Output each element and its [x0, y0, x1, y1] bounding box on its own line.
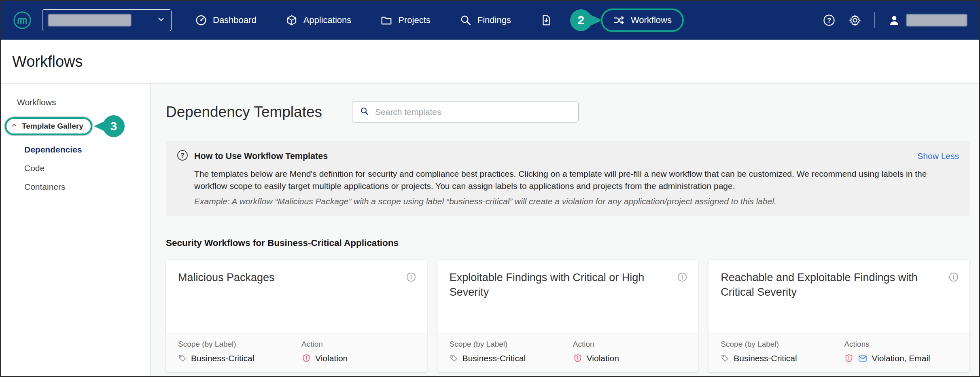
applications-icon: [286, 14, 298, 26]
card-title: Exploitable Findings with Critical or Hi…: [450, 270, 672, 326]
projects-icon: [380, 14, 392, 26]
sidebar-item-label: Containers: [24, 182, 66, 191]
violation-shield-icon: [573, 354, 583, 363]
svg-text:?: ?: [827, 17, 831, 24]
how-to-use-panel: ? How to Use Workflow Templates Show Les…: [166, 141, 969, 216]
show-less-link[interactable]: Show Less: [917, 151, 959, 161]
nav-label: Applications: [303, 15, 352, 25]
nav-item-workflows[interactable]: Workflows: [601, 8, 684, 32]
info-icon[interactable]: [406, 272, 416, 326]
annotation-step-2-number: 2: [578, 13, 585, 27]
tag-icon: [450, 354, 458, 363]
sidebar-item-dependencies[interactable]: Dependencies: [1, 140, 150, 159]
sidebar-item-label: Dependencies: [24, 145, 82, 154]
tag-icon: [178, 354, 187, 363]
nav-item-dashboard[interactable]: Dashboard: [195, 14, 257, 26]
sidebar-item-label: Code: [24, 163, 45, 173]
info-icon[interactable]: [677, 272, 687, 326]
action-value: Violation, Email: [872, 354, 930, 363]
nav-label: Workflows: [631, 15, 672, 25]
scope-label: Scope (by Label): [178, 340, 301, 349]
template-search[interactable]: [352, 102, 579, 123]
main-navigation: Dashboard Applications Projects: [195, 8, 684, 32]
scope-value: Business-Critical: [191, 354, 254, 363]
annotation-step-2: 2: [570, 9, 592, 31]
action-label: Action: [573, 340, 687, 349]
organization-dropdown[interactable]: [42, 9, 172, 31]
template-card-reachable-exploitable[interactable]: Reachable and Exploitable Findings with …: [708, 260, 969, 372]
redacted-organization-name: [48, 14, 131, 26]
help-icon[interactable]: ?: [823, 14, 836, 27]
sidebar-item-code[interactable]: Code: [1, 159, 150, 178]
findings-icon: [460, 14, 472, 26]
main-content: Dependency Templates: [151, 84, 979, 376]
card-title: Reachable and Exploitable Findings with …: [721, 270, 944, 326]
tag-icon: [721, 354, 730, 363]
topnav-divider: [874, 12, 875, 28]
user-menu[interactable]: [888, 14, 967, 27]
redacted-user-name: [906, 14, 967, 26]
nav-label: Dashboard: [213, 15, 257, 25]
nav-item-reports[interactable]: [540, 14, 552, 26]
document-import-icon: [540, 14, 552, 26]
info-icon[interactable]: [948, 272, 959, 326]
nav-item-findings[interactable]: Findings: [460, 14, 511, 26]
page-title: Workflows: [12, 53, 83, 70]
chevron-down-icon: [157, 15, 165, 25]
chevron-up-icon: [11, 122, 18, 131]
email-envelope-icon: [858, 354, 868, 363]
workflows-icon: [613, 14, 625, 26]
action-value: Violation: [587, 354, 619, 363]
search-icon: [360, 106, 369, 118]
sidebar-item-label: Template Gallery: [22, 122, 83, 131]
nav-label: Projects: [398, 15, 430, 25]
page-header: Workflows: [1, 40, 979, 83]
section-heading: Dependency Templates: [166, 104, 322, 121]
panel-example-text: Example: A workflow “Malicious Package” …: [194, 197, 959, 206]
action-label: Action: [301, 340, 416, 349]
sidebar-item-workflows[interactable]: Workflows: [1, 93, 150, 112]
violation-shield-icon: [844, 354, 854, 363]
search-input[interactable]: [375, 107, 571, 117]
scope-value: Business-Critical: [462, 354, 526, 363]
question-circle-icon: ?: [176, 149, 189, 163]
scope-value: Business-Critical: [734, 354, 797, 363]
annotation-step-3: 3: [103, 115, 125, 137]
topnav-utilities: ?: [823, 12, 967, 28]
nav-item-projects[interactable]: Projects: [380, 14, 430, 26]
main-heading-row: Dependency Templates: [166, 102, 969, 123]
card-title: Malicious Packages: [178, 270, 275, 326]
cards-section-title: Security Workflows for Business-Critical…: [166, 238, 969, 248]
settings-gear-icon[interactable]: [848, 14, 861, 27]
sidebar: Workflows Template Gallery 3 Dependencie…: [1, 84, 151, 376]
action-label: Actions: [844, 340, 958, 349]
nav-item-applications[interactable]: Applications: [286, 14, 352, 26]
template-card-malicious-packages[interactable]: Malicious Packages Scope (by Label): [166, 260, 427, 372]
sidebar-item-containers[interactable]: Containers: [1, 178, 150, 196]
annotation-step-3-number: 3: [110, 119, 117, 133]
template-cards: Malicious Packages Scope (by Label): [166, 260, 969, 372]
scope-label: Scope (by Label): [450, 340, 573, 349]
panel-body-text: The templates below are Mend's definitio…: [194, 168, 959, 193]
nav-label: Findings: [477, 15, 511, 25]
user-avatar-icon: [888, 14, 901, 27]
top-navbar: Dashboard Applications Projects: [1, 1, 979, 40]
dashboard-icon: [195, 14, 207, 26]
sidebar-template-gallery-row: Template Gallery 3: [5, 115, 150, 137]
action-value: Violation: [315, 354, 348, 363]
sidebar-item-label: Workflows: [17, 97, 56, 107]
app-window: Dashboard Applications Projects: [0, 0, 980, 377]
scope-label: Scope (by Label): [721, 340, 844, 349]
template-card-exploitable-findings[interactable]: Exploitable Findings with Critical or Hi…: [437, 260, 698, 372]
mend-logo-icon: [13, 11, 32, 30]
sidebar-item-template-gallery[interactable]: Template Gallery: [5, 117, 92, 135]
panel-title: How to Use Workflow Templates: [194, 151, 328, 161]
violation-shield-icon: [301, 354, 311, 363]
svg-text:?: ?: [180, 152, 185, 159]
